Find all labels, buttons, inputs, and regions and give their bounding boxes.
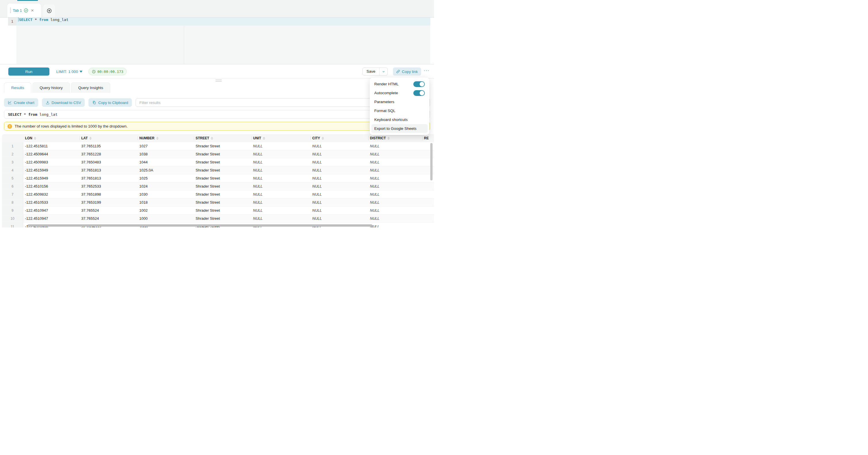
table-cell: Shrader Street [194,174,251,182]
save-options-button[interactable] [379,68,388,75]
table-cell: NULL [368,142,422,150]
table-cell: NULL [251,174,310,182]
table-cell: NULL [368,158,422,166]
clock-icon [92,70,96,73]
sql-code-editor[interactable]: 1 SELECT * from long_lat [0,17,434,64]
table-row[interactable]: 6-122.451015637.76525331024Shrader Stree… [2,182,434,190]
header-unit[interactable]: UNIT [251,134,310,142]
chart-icon [8,100,12,104]
table-cell: 37.7651228 [80,150,137,158]
menu-item-export-google-sheets[interactable]: Export to Google Sheets [371,124,428,133]
sort-icon[interactable] [263,137,265,140]
table-cell: NULL [368,207,422,214]
table-cell: 37.7652533 [80,182,137,190]
sort-icon[interactable] [89,137,92,140]
sort-icon[interactable] [388,137,390,140]
table-row[interactable]: 5-122.451594937.76518131025Shrader Stree… [2,174,434,182]
query-timer: 00:00:00.173 [89,68,127,75]
tab-query-insights[interactable]: Query Insights [71,83,110,93]
table-cell: -122.4510947 [23,215,80,222]
table-cell: Shrader Street [194,190,251,198]
new-tab-button[interactable] [43,4,55,17]
sort-icon[interactable] [156,137,159,140]
table-row[interactable]: 7-122.450983237.76518981030Shrader Stree… [2,190,434,199]
table-row[interactable]: 2-122.450964437.76512281038Shrader Stree… [2,150,434,158]
table-cell: 37.7650483 [80,158,137,166]
row-index: 6 [2,182,23,190]
table-cell: Shrader Street [194,207,251,214]
table-header: LON LAT NUMBER STREET UNIT CITY DISTRICT… [2,134,434,142]
table-cell: NULL [310,207,368,214]
table-cell: NULL [310,182,368,190]
table-cell: NULL [368,215,422,222]
copy-link-button[interactable]: Copy link [393,67,421,75]
sort-icon[interactable] [211,137,213,140]
pane-resize-handle[interactable] [215,80,222,83]
table-row[interactable]: 10-122.451094737.7655241000Shrader Stree… [2,215,434,223]
table-cell [422,207,434,214]
header-lon[interactable]: LON [23,134,80,142]
menu-item-autocomplete[interactable]: Autocomplete [371,88,428,97]
tab-editor[interactable]: Tab 1 ✕ [7,3,41,17]
copy-clipboard-button[interactable]: Copy to Clipboard [89,98,132,107]
table-cell: -122.4510947 [23,207,80,214]
table-row[interactable]: 9-122.451094737.7655241002Shrader Street… [2,207,434,215]
close-tab-icon[interactable]: ✕ [31,8,34,13]
menu-item-keyboard-shortcuts[interactable]: Keyboard shortcuts [371,115,428,124]
table-cell: -122.4515811 [23,142,80,150]
executed-query-text: SELECT * from long_lat [4,110,430,119]
table-cell: NULL [368,190,422,198]
drag-grip-icon [10,8,11,13]
table-row[interactable]: 1-122.451581137.76511351027Shrader Stree… [2,142,434,150]
menu-item-parameters[interactable]: Parameters [371,97,428,106]
table-cell: NULL [251,190,310,198]
menu-item-format-sql[interactable]: Format SQL [371,106,428,115]
header-city[interactable]: CITY [310,134,368,142]
header-district[interactable]: DISTRICT [368,134,422,142]
code-line[interactable]: SELECT * from long_lat [18,18,68,26]
table-cell: NULL [368,199,422,206]
tab-results[interactable]: Results [4,83,31,93]
run-button[interactable]: Run [8,67,50,75]
table-cell: -122.4510533 [23,199,80,206]
dropdown-arrow-icon [80,71,83,73]
row-index: 2 [2,150,23,158]
vertical-scrollbar[interactable] [430,143,433,180]
menu-item-render-html[interactable]: Render HTML [371,80,428,88]
results-table: LON LAT NUMBER STREET UNIT CITY DISTRICT… [2,134,434,228]
table-cell: 1027 [137,142,194,150]
table-cell: 37.7651813 [80,174,137,182]
download-csv-button[interactable]: Download to CSV [42,98,85,107]
header-re[interactable]: RE [422,134,434,142]
results-tab-bar: Results Query history Query Insights [4,83,110,93]
limit-dropdown[interactable]: LIMIT: 1 000 [56,67,83,75]
table-cell: 37.7653199 [80,199,137,206]
save-split-button: Save [363,67,388,75]
table-cell: -122.4509832 [23,190,80,198]
table-row[interactable]: 4-122.451594937.76518131025.0AShrader St… [2,166,434,174]
table-cell: 37.765524 [80,207,137,214]
table-cell: -122.4510156 [23,182,80,190]
tab-query-history[interactable]: Query history [32,83,70,93]
table-row[interactable]: 8-122.451053337.76531991018Shrader Stree… [2,199,434,207]
table-row[interactable]: 3-122.450998337.76504831044Shrader Stree… [2,158,434,166]
sort-icon[interactable] [322,137,324,140]
horizontal-scrollbar[interactable] [28,224,372,226]
table-cell: 1038 [137,150,194,158]
row-index: 8 [2,199,23,206]
render-html-toggle[interactable] [413,81,425,87]
sort-icon[interactable] [34,137,36,140]
success-check-icon [24,8,28,13]
chevron-down-icon [382,70,385,73]
save-button[interactable]: Save [363,68,379,75]
autocomplete-toggle[interactable] [413,90,425,96]
header-number[interactable]: NUMBER [137,134,194,142]
table-cell: NULL [251,158,310,166]
table-cell: Shrader Street [194,158,251,166]
header-street[interactable]: STREET [194,134,251,142]
table-cell: 1044 [137,158,194,166]
line-number: 1 [8,18,17,26]
create-chart-button[interactable]: Create chart [4,98,38,107]
more-options-button[interactable]: ··· [422,67,431,75]
header-lat[interactable]: LAT [80,134,137,142]
